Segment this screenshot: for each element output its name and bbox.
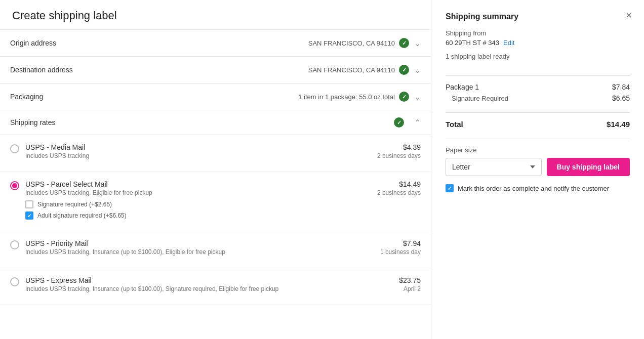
destination-accordion-header[interactable]: Destination address SAN FRANCISCO, CA 94… xyxy=(0,57,431,83)
origin-value: SAN FRANCISCO, CA 94110 xyxy=(308,39,395,47)
rate-radio-button[interactable] xyxy=(10,240,19,249)
rate-time: April 2 xyxy=(365,285,421,292)
origin-accordion-header[interactable]: Origin address SAN FRANCISCO, CA 94110 ⌄ xyxy=(0,30,431,56)
rate-radio-button[interactable] xyxy=(10,181,19,190)
notify-label: Mark this order as complete and notify t… xyxy=(458,185,609,192)
rate-name: USPS - Express Mail xyxy=(25,276,359,284)
addon-checkbox[interactable] xyxy=(25,200,33,208)
summary-package-price: $7.84 xyxy=(612,83,630,91)
summary-address: 60 29TH ST # 343 xyxy=(446,39,499,47)
paper-size-row: Letter 4x6 Buy shipping label xyxy=(446,158,630,176)
left-panel: Create shipping label Origin address SAN… xyxy=(0,0,431,339)
packaging-value: 1 item in 1 package: 55.0 oz total xyxy=(298,93,395,101)
summary-package-label: Package 1 xyxy=(446,83,479,91)
rates-label: Shipping rates xyxy=(10,118,394,126)
destination-value-row: SAN FRANCISCO, CA 94110 xyxy=(91,65,409,75)
shipping-rates-section: Shipping rates ⌃ USPS - Media Mail Inclu… xyxy=(0,110,431,305)
summary-total-label: Total xyxy=(446,120,463,129)
destination-chevron-icon: ⌄ xyxy=(414,65,421,75)
edit-address-link[interactable]: Edit xyxy=(503,39,514,47)
rate-description: Includes USPS tracking, Insurance (up to… xyxy=(25,285,359,292)
left-scroll: Origin address SAN FRANCISCO, CA 94110 ⌄… xyxy=(0,30,431,339)
summary-divider-2 xyxy=(446,112,630,113)
rate-info: USPS - Express Mail Includes USPS tracki… xyxy=(25,276,359,296)
modal-title: Create shipping label xyxy=(12,9,419,22)
destination-check-icon xyxy=(399,65,409,75)
rate-price-col: $14.49 2 business days xyxy=(365,180,421,196)
rates-check-icon xyxy=(394,117,404,128)
paper-size-label: Paper size xyxy=(446,146,630,154)
notify-row: Mark this order as complete and notify t… xyxy=(446,184,630,192)
rate-item: USPS - Express Mail Includes USPS tracki… xyxy=(0,268,431,305)
addon-checkbox[interactable] xyxy=(25,211,33,220)
rates-list: USPS - Media Mail Includes USPS tracking… xyxy=(0,135,431,305)
destination-label: Destination address xyxy=(10,66,91,74)
destination-value: SAN FRANCISCO, CA 94110 xyxy=(308,66,395,74)
rates-chevron-icon: ⌃ xyxy=(414,118,421,128)
rate-info: USPS - Media Mail Includes USPS tracking xyxy=(25,143,359,163)
rate-time: 1 business day xyxy=(365,248,421,256)
rate-price: $4.39 xyxy=(365,143,421,151)
rate-item: USPS - Parcel Select Mail Includes USPS … xyxy=(0,172,431,231)
rate-description: Includes USPS tracking, Insurance (up to… xyxy=(25,248,359,256)
origin-label: Origin address xyxy=(10,39,91,47)
notify-checkbox[interactable] xyxy=(446,184,454,192)
summary-divider-1 xyxy=(446,75,630,76)
rate-time: 2 business days xyxy=(365,189,421,196)
summary-signature-label: Signature Required xyxy=(446,95,508,102)
rate-item: USPS - Priority Mail Includes USPS track… xyxy=(0,231,431,268)
rate-price-col: $4.39 2 business days xyxy=(365,143,421,159)
packaging-section: Packaging 1 item in 1 package: 55.0 oz t… xyxy=(0,83,431,110)
summary-total-price: $14.49 xyxy=(607,120,630,129)
summary-divider-3 xyxy=(446,139,630,139)
rate-name: USPS - Priority Mail xyxy=(25,239,359,247)
summary-address-row: 60 29TH ST # 343 Edit xyxy=(446,39,630,47)
addon-row: Adult signature required (+$6.65) xyxy=(25,211,359,220)
rate-price-col: $7.94 1 business day xyxy=(365,239,421,256)
rate-info: USPS - Priority Mail Includes USPS track… xyxy=(25,239,359,260)
rate-name: USPS - Parcel Select Mail xyxy=(25,180,359,188)
summary-signature-price: $6.65 xyxy=(612,94,630,102)
addon-row: Signature required (+$2.65) xyxy=(25,200,359,208)
summary-total-line: Total $14.49 xyxy=(446,120,630,129)
rate-price: $7.94 xyxy=(365,239,421,247)
modal-header: Create shipping label xyxy=(0,0,431,30)
origin-chevron-icon: ⌄ xyxy=(414,38,421,48)
rate-radio-button[interactable] xyxy=(10,277,19,286)
summary-package-line: Package 1 $7.84 xyxy=(446,83,630,91)
origin-check-icon xyxy=(399,38,409,48)
rate-price: $23.75 xyxy=(365,276,421,284)
summary-from: Shipping from xyxy=(446,29,630,37)
rate-price: $14.49 xyxy=(365,180,421,188)
rate-price-col: $23.75 April 2 xyxy=(365,276,421,292)
origin-value-row: SAN FRANCISCO, CA 94110 xyxy=(91,38,409,48)
addon-label: Signature required (+$2.65) xyxy=(37,201,112,208)
rate-item: USPS - Media Mail Includes USPS tracking… xyxy=(0,135,431,172)
rate-time: 2 business days xyxy=(365,152,421,159)
rates-header-right: ⌃ xyxy=(394,117,421,128)
rates-header[interactable]: Shipping rates ⌃ xyxy=(0,110,431,135)
summary-ready: 1 shipping label ready xyxy=(446,53,630,60)
rate-description: Includes USPS tracking, Eligible for fre… xyxy=(25,189,359,196)
packaging-label: Packaging xyxy=(10,93,91,101)
rate-description: Includes USPS tracking xyxy=(25,152,359,159)
summary-title: Shipping summary xyxy=(446,12,630,21)
buy-shipping-label-button[interactable]: Buy shipping label xyxy=(547,158,630,176)
packaging-value-row: 1 item in 1 package: 55.0 oz total xyxy=(91,92,409,102)
rate-radio-button[interactable] xyxy=(10,144,19,153)
packaging-check-icon xyxy=(399,92,409,102)
rate-name: USPS - Media Mail xyxy=(25,143,359,151)
destination-section: Destination address SAN FRANCISCO, CA 94… xyxy=(0,57,431,83)
addon-label: Adult signature required (+$6.65) xyxy=(37,212,127,219)
summary-signature-line: Signature Required $6.65 xyxy=(446,94,630,102)
paper-size-select[interactable]: Letter 4x6 xyxy=(446,158,542,176)
packaging-accordion-header[interactable]: Packaging 1 item in 1 package: 55.0 oz t… xyxy=(0,83,431,110)
origin-section: Origin address SAN FRANCISCO, CA 94110 ⌄ xyxy=(0,30,431,57)
rate-info: USPS - Parcel Select Mail Includes USPS … xyxy=(25,180,359,223)
packaging-chevron-icon: ⌄ xyxy=(414,92,421,102)
right-panel: Shipping summary Shipping from 60 29TH S… xyxy=(431,0,644,339)
modal-container: Create shipping label Origin address SAN… xyxy=(0,0,644,339)
close-button[interactable]: × xyxy=(621,7,637,23)
